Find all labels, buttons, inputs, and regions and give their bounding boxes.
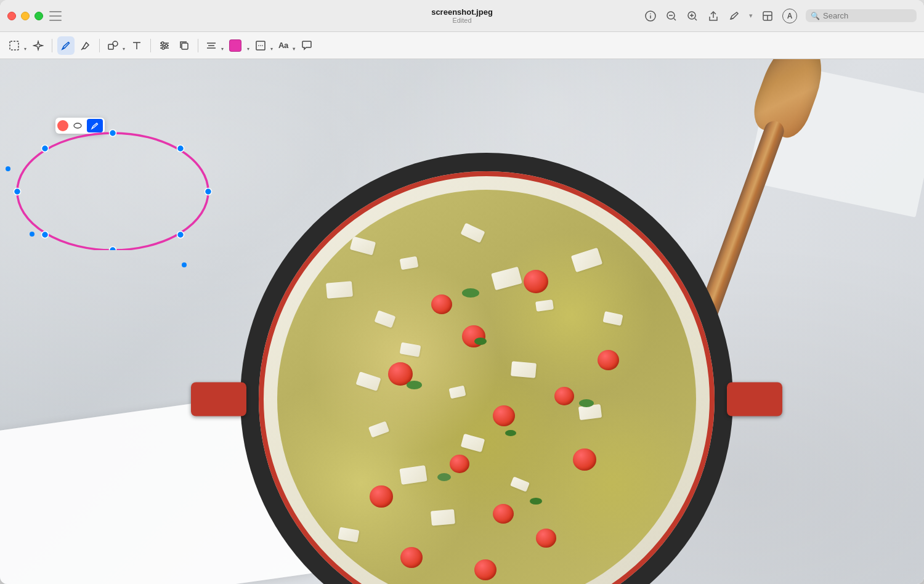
accessibility-icon[interactable]: A (782, 9, 797, 23)
tomato (400, 547, 423, 568)
traffic-lights (7, 12, 43, 20)
border-style-button[interactable]: ▾ (253, 36, 274, 55)
speech-bubble-button[interactable] (298, 36, 315, 55)
adjust-tool-button[interactable] (156, 36, 173, 55)
photo-background (0, 59, 924, 584)
shapes-tool-button[interactable]: ▾ (105, 36, 126, 55)
svg-point-16 (113, 41, 118, 46)
cast-iron-pan (240, 153, 733, 584)
maximize-button[interactable] (34, 12, 43, 20)
search-icon: 🔍 (811, 12, 820, 20)
tomato (474, 559, 496, 580)
color-swatch (229, 39, 241, 52)
svg-point-23 (165, 44, 168, 47)
title-section: screenshot.jpeg Edited (431, 7, 493, 24)
search-input[interactable] (823, 11, 909, 20)
veggie-chunk (511, 361, 537, 378)
svg-rect-25 (182, 43, 188, 49)
marquee-tool-button[interactable]: ▾ (6, 36, 27, 55)
toolbar-divider-1 (52, 39, 52, 52)
titlebar: screenshot.jpeg Edited (0, 0, 924, 32)
herb (530, 498, 542, 505)
svg-point-2 (650, 13, 651, 14)
toolbar-divider-2 (99, 39, 100, 52)
herb (579, 399, 594, 407)
color-swatch-button[interactable]: ▾ (227, 36, 250, 55)
window-controls-icon[interactable] (761, 10, 774, 22)
svg-line-10 (731, 18, 733, 19)
veggie-base (277, 190, 696, 584)
svg-point-22 (161, 42, 164, 44)
vegetables (277, 190, 696, 584)
zoom-out-icon[interactable] (665, 10, 678, 22)
tomato (493, 405, 515, 426)
svg-line-4 (674, 18, 676, 20)
titlebar-actions: ▾ A 🔍 (644, 9, 917, 23)
share-icon[interactable] (707, 10, 719, 22)
pan-inner (259, 171, 715, 584)
veggie-chunk (431, 509, 455, 525)
pan-handle-right (727, 383, 782, 416)
window-title: screenshot.jpeg (431, 7, 493, 17)
herb (407, 381, 422, 389)
herb (437, 473, 451, 481)
tomato (554, 387, 574, 405)
app-window: screenshot.jpeg Edited (0, 0, 924, 584)
tomato (370, 485, 393, 508)
herb (462, 288, 479, 298)
toolbar-divider-3 (150, 39, 151, 52)
info-icon[interactable] (644, 10, 657, 22)
canvas-area[interactable] (0, 59, 924, 584)
instant-alpha-button[interactable] (30, 36, 47, 55)
sidebar-toggle[interactable] (49, 11, 62, 21)
tomato (573, 448, 596, 471)
tomato (598, 350, 619, 370)
close-button[interactable] (7, 12, 16, 20)
font-button[interactable]: Aa ▾ (276, 36, 296, 55)
pan-handle-left (191, 383, 246, 416)
markup-pen-icon[interactable] (728, 10, 740, 22)
herb (474, 338, 487, 345)
svg-point-24 (162, 47, 164, 49)
minimize-button[interactable] (21, 12, 30, 20)
spoon-head (747, 59, 833, 143)
tomato (493, 504, 514, 524)
tomato (431, 294, 452, 314)
text-tool-button[interactable] (128, 36, 145, 55)
veggie-chunk (326, 281, 353, 299)
markup-toolbar: ▾ (0, 32, 924, 59)
pen-alt-button[interactable] (77, 36, 94, 55)
duplicate-button[interactable] (176, 36, 193, 55)
tomato (450, 455, 469, 473)
draw-tool-button[interactable] (57, 36, 75, 55)
pen-chevron[interactable]: ▾ (749, 12, 753, 20)
zoom-in-icon[interactable] (686, 10, 699, 22)
align-button[interactable]: ▾ (203, 36, 224, 55)
tomato (524, 270, 548, 293)
toolbar-divider-4 (198, 39, 198, 52)
svg-rect-14 (10, 41, 18, 50)
search-bar[interactable]: 🔍 (806, 9, 917, 22)
tomato (536, 529, 556, 548)
svg-line-7 (695, 18, 697, 20)
window-subtitle: Edited (452, 17, 471, 24)
herb (505, 430, 516, 436)
